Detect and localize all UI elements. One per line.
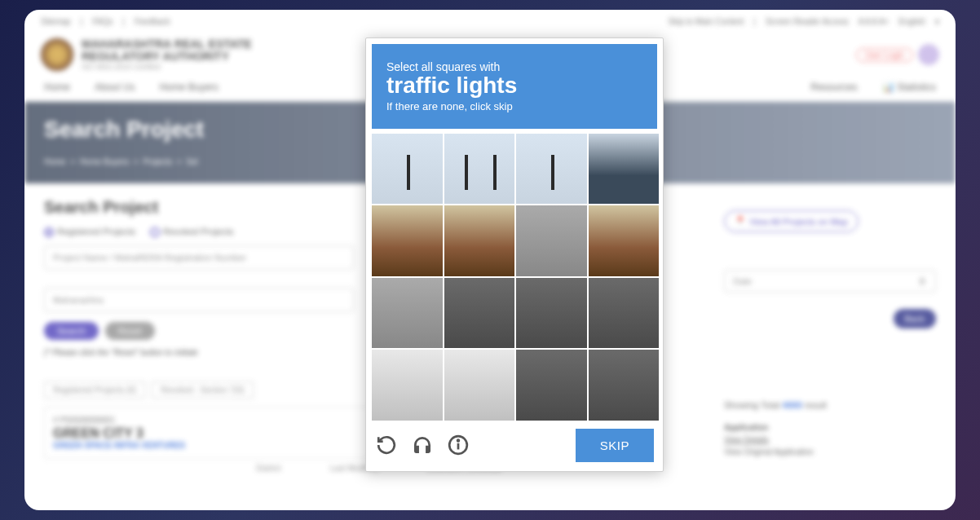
top-utility-bar: Sitemap | FAQs | Feedback Skip to Main C… [24,10,956,33]
captcha-tile-12[interactable] [589,278,660,349]
project-name: GREEN CITY 3 [53,426,361,441]
tab-revoked[interactable]: Revoked - Section 7(0) [152,381,253,399]
map-pin-icon: 📍 [735,216,746,227]
view-original-link[interactable]: View Original Application [724,446,936,458]
nav-statistics[interactable]: 📊 Statistics [882,82,936,93]
info-icon[interactable] [447,434,470,456]
result-card[interactable]: # P50500000001 GREEN CITY 3 GREEN SPACE … [44,407,370,459]
skip-link[interactable]: Skip to Main Content [668,17,744,26]
developer-name: GREEN SPACE INFRA VENTURES [53,441,361,450]
captcha-tile-13[interactable] [372,350,443,421]
project-name-input[interactable]: Project Name / MahaRERA Registration Num… [44,245,354,270]
avatar-icon[interactable] [918,44,939,65]
captcha-header: Select all squares with traffic lights I… [372,44,657,129]
captcha-tile-6[interactable] [444,205,515,276]
faqs-link[interactable]: FAQs [92,17,113,26]
date-input[interactable]: Date 🗓 [724,270,936,293]
org-name: MAHARASHTRA REAL ESTATE REGULATORY AUTHO… [82,38,252,64]
application-box: Application View Details View Original A… [724,421,936,458]
recaptcha-challenge: Select all squares with traffic lights I… [365,37,664,472]
nav-home[interactable]: Home [44,82,70,93]
captcha-tile-11[interactable] [516,278,587,349]
org-subtitle: ISO 9001:2015 Certified [82,63,252,71]
captcha-tile-8[interactable] [589,205,660,276]
captcha-instruction-line2: If there are none, click skip [386,100,642,112]
reader-access-link[interactable]: Screen Reader Access [766,17,849,26]
view-details-link[interactable]: View Details [724,434,936,446]
view-map-button[interactable]: 📍 View All Projects on Map [724,210,859,232]
skip-button[interactable]: SKIP [576,429,654,462]
label-district: District [256,464,281,473]
reset-button[interactable]: Reset [105,322,155,340]
radio-revoked[interactable]: Revoked Projects [150,227,233,237]
location-input[interactable]: Maharashtra [44,288,354,312]
back-button[interactable]: Back [894,309,936,328]
result-count: Showing Total 4000 result [724,400,936,410]
registration-number: # P50500000001 [53,416,361,425]
calendar-icon: 🗓 [918,276,927,286]
headphones-icon[interactable] [411,434,434,456]
tab-registered[interactable]: Registered Projects (0) [44,381,145,399]
captcha-tile-5[interactable] [372,205,443,276]
captcha-tile-4[interactable] [589,134,660,205]
nav-resources[interactable]: Resources [810,82,857,93]
nav-about[interactable]: About Us [95,82,135,93]
captcha-target: traffic lights [386,73,642,99]
radio-registered[interactable]: Registered Projects [44,227,135,237]
captcha-tile-1[interactable] [372,134,443,205]
captcha-tile-10[interactable] [444,278,515,349]
captcha-tile-16[interactable] [589,350,660,421]
user-login-button[interactable]: User Login [856,48,913,62]
captcha-tile-9[interactable] [372,278,443,349]
feedback-link[interactable]: Feedback [135,17,170,26]
svg-point-2 [457,440,459,442]
captcha-tile-3[interactable] [516,134,587,205]
font-controls[interactable]: A A A A+ [859,17,890,26]
captcha-footer: SKIP [372,421,657,465]
refresh-icon[interactable] [375,434,398,456]
captcha-tile-7[interactable] [516,205,587,276]
sitemap-link[interactable]: Sitemap [41,17,71,26]
nav-home-buyers[interactable]: Home Buyers [159,82,219,93]
captcha-grid [372,134,659,421]
captcha-tile-2[interactable] [444,134,515,205]
captcha-tile-14[interactable] [444,350,515,421]
right-column: 📍 View All Projects on Map Date 🗓 Back S… [724,210,936,458]
captcha-tile-15[interactable] [516,350,587,421]
search-button[interactable]: Search [44,322,99,340]
language-select[interactable]: English [898,17,925,26]
logo-icon [41,38,73,71]
captcha-instruction-line1: Select all squares with [386,60,642,73]
